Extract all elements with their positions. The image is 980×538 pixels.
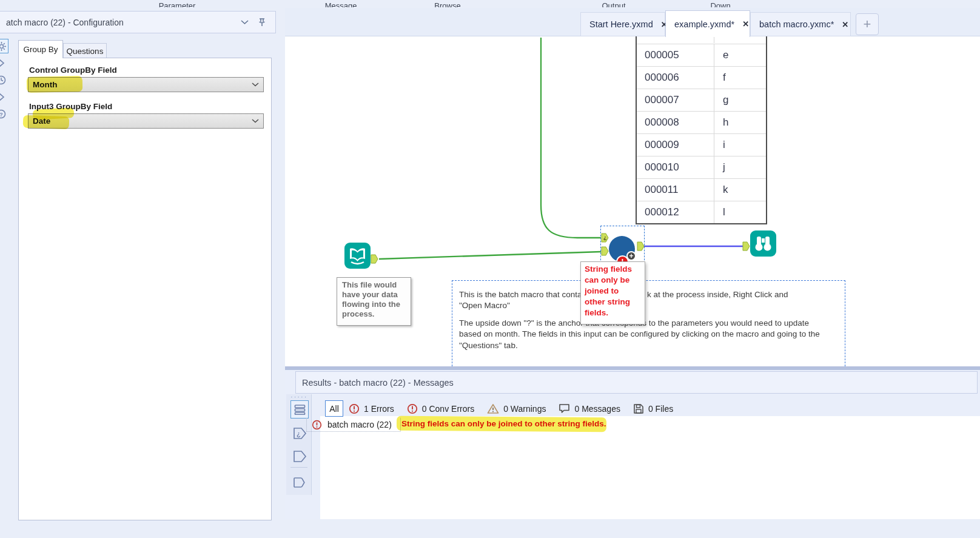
toolbar-label-down: Down	[678, 0, 763, 7]
connection-green-left	[379, 252, 601, 259]
message-source-cell: batch macro (22)	[306, 418, 401, 432]
strip-separator	[290, 467, 307, 468]
collapse-chevron-icon[interactable]	[241, 20, 249, 25]
filter-errors[interactable]: 1 Errors	[349, 403, 394, 414]
browse-tool[interactable]	[750, 230, 776, 257]
tab-example[interactable]: example.yxmd* ✕	[665, 10, 750, 37]
filter-warnings[interactable]: 0 Warnings	[487, 403, 546, 414]
pin-icon[interactable]	[257, 18, 267, 27]
svg-text:¿: ¿	[603, 235, 607, 241]
gear-icon[interactable]	[0, 39, 8, 53]
input3-groupby-dropdown[interactable]: Date	[28, 113, 264, 129]
close-icon[interactable]: ✕	[834, 20, 856, 29]
binoculars-icon	[750, 230, 776, 257]
results-title: Results - batch macro (22) - Messages	[296, 378, 454, 388]
control-groupby-field-label: Control GroupBy Field	[29, 66, 117, 75]
configuration-header: atch macro (22) - Configuration	[0, 11, 276, 33]
toolbar-label-browse: Browse	[405, 0, 490, 7]
results-header: Results - batch macro (22) - Messages	[295, 371, 978, 394]
file-save-icon	[633, 403, 644, 414]
configuration-title: atch macro (22) - Configuration	[0, 18, 241, 27]
filter-all-button[interactable]: All	[325, 400, 343, 417]
table-row-partial: 000004 d	[637, 36, 766, 44]
alteryx-designer-window: Parameter Message Browse Output Down atc…	[0, 0, 980, 538]
control-groupby-value: Month	[29, 80, 252, 89]
chevron-down-icon	[252, 82, 259, 87]
chevron-right-icon[interactable]	[0, 56, 8, 70]
error-icon	[407, 403, 418, 414]
message-source: batch macro (22)	[327, 420, 392, 429]
tab-questions[interactable]: Questions	[63, 43, 107, 58]
table-row[interactable]: 000008h	[637, 111, 766, 133]
comment-box-input[interactable]: This file would have your data flowing i…	[337, 277, 411, 326]
results-filters: 1 Errors 0 Conv Errors 0 Warnings 0 Mess…	[349, 400, 673, 417]
connection-green-top	[541, 38, 601, 238]
table-row[interactable]: 000007g	[637, 89, 766, 111]
macro-input-anchor[interactable]	[601, 246, 609, 256]
comment-line1-right: k at the process inside, Right Click and	[647, 290, 788, 299]
chevron-down-icon	[252, 119, 259, 123]
comment-line2: "Open Macro"	[459, 301, 510, 310]
tab-batch-macro[interactable]: batch macro.yxmc* ✕	[750, 12, 851, 36]
table-row[interactable]: 000006f	[637, 66, 766, 89]
drag-handle[interactable]: ·····	[290, 393, 307, 400]
filter-conv-errors[interactable]: 0 Conv Errors	[407, 403, 474, 414]
message-icon	[559, 403, 570, 414]
tag-anchor-icon[interactable]	[290, 473, 309, 491]
book-icon	[344, 243, 371, 269]
filter-files[interactable]: 0 Files	[633, 403, 673, 414]
svg-text:?: ?	[0, 112, 3, 118]
toolbar-label-message: Message	[298, 0, 383, 7]
warning-icon	[487, 403, 499, 414]
table-row[interactable]: 000005e	[637, 44, 766, 66]
toolbar-label-output: Output	[571, 0, 656, 7]
error-message-row[interactable]: batch macro (22)	[306, 418, 401, 432]
input3-groupby-field-label: Input3 GroupBy Field	[29, 102, 112, 111]
close-icon[interactable]: ✕	[734, 19, 757, 29]
new-tab-button[interactable]: +	[856, 13, 879, 35]
output-anchor-icon[interactable]	[290, 447, 309, 465]
help-icon[interactable]: ?	[0, 107, 8, 121]
document-tabbar: Start Here.yxmd ✕ example.yxmd* ✕ batch …	[285, 8, 980, 36]
tab-group-by[interactable]: Group By	[18, 40, 63, 58]
clock-icon[interactable]	[0, 73, 8, 87]
table-row[interactable]: 000011k	[637, 178, 766, 201]
macro-question-anchor[interactable]: ¿	[601, 233, 609, 243]
input3-groupby-value: Date	[29, 116, 252, 126]
control-groupby-dropdown[interactable]: Month	[28, 77, 264, 92]
input-tool-output-anchor[interactable]	[371, 254, 378, 264]
table-row[interactable]: 000009i	[637, 133, 766, 156]
error-tooltip: String fields can only be joined to othe…	[580, 261, 645, 324]
messages-list-icon[interactable]	[290, 400, 309, 419]
config-side-icon-strip: ?	[0, 36, 8, 140]
table-row[interactable]: 000012l	[637, 201, 766, 223]
tab-start-here[interactable]: Start Here.yxmd ✕	[580, 12, 665, 36]
error-icon	[349, 403, 360, 414]
filter-messages[interactable]: 0 Messages	[559, 403, 620, 414]
input-data-tool[interactable]	[344, 243, 371, 269]
table-row[interactable]: 000010j	[637, 156, 766, 178]
data-preview-table[interactable]: 000004 d 000005e 000006f 000007g 000008h…	[636, 36, 767, 224]
browse-input-anchor[interactable]	[742, 241, 750, 251]
error-message-text: String fields can only be joined to othe…	[401, 419, 606, 428]
chevron-right-icon[interactable]	[0, 90, 8, 104]
comment-line1-left: This is the batch macro that contain	[459, 290, 588, 299]
results-content-area	[320, 416, 980, 519]
svg-text:¿: ¿	[297, 430, 301, 438]
toolbar-label-parameter: Parameter	[135, 0, 220, 7]
error-icon	[312, 420, 322, 430]
macro-output-anchor[interactable]	[637, 241, 645, 251]
